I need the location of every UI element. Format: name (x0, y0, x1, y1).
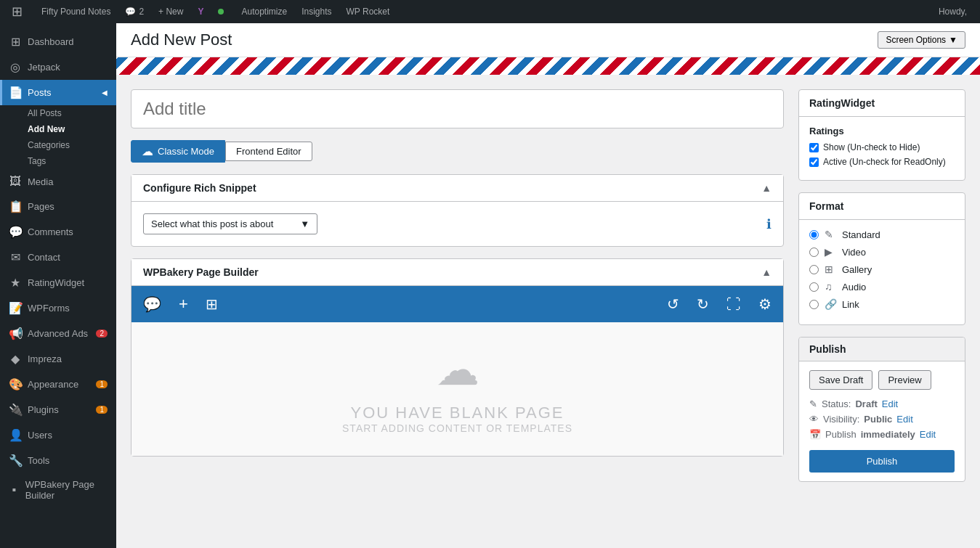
blank-page-title: YOU HAVE BLANK PAGE (351, 404, 564, 422)
submenu-all-posts[interactable]: All Posts (0, 105, 116, 121)
appearance-icon: 🎨 (9, 377, 22, 391)
insights-label: Insights (301, 7, 331, 17)
sidebar-item-label: Plugins (28, 404, 59, 415)
main-content: Add New Post Screen Options ▼ ☁ Classic … (116, 23, 980, 548)
submenu-categories[interactable]: Categories (0, 137, 116, 153)
status-edit-link[interactable]: Edit (882, 398, 898, 409)
wpbakery-header[interactable]: WPBakery Page Builder ▲ (131, 259, 783, 286)
format-video-label: Video (842, 247, 866, 258)
sidebar-item-label: Pages (28, 201, 54, 212)
rich-snippet-toggle: ▲ (761, 182, 772, 194)
sidebar-item-advanced-ads[interactable]: 📢 Advanced Ads 2 (0, 321, 116, 346)
publish-time-edit-link[interactable]: Edit (920, 429, 936, 440)
sidebar-item-dashboard[interactable]: ⊞ Dashboard (0, 29, 116, 54)
classic-mode-button[interactable]: ☁ Classic Mode (131, 140, 225, 163)
publish-button[interactable]: Publish (809, 450, 955, 473)
adminbar-site[interactable]: Fifty Pound Notes (34, 0, 118, 23)
publish-time-value: immediately (861, 429, 915, 440)
ratingwidget-metabox-header[interactable]: RatingWidget (799, 90, 965, 117)
rich-snippet-select[interactable]: Select what this post is about ▼ (143, 213, 317, 234)
sidebar-item-wpbakery[interactable]: ▪ WPBakery Page Builder (0, 473, 116, 507)
sidebar-item-jetpack[interactable]: ◎ Jetpack (0, 54, 116, 80)
wpbakery-sidebar-icon: ▪ (9, 483, 20, 496)
wpbakery-title: WPBakery Page Builder (143, 266, 259, 278)
format-gallery-label: Gallery (842, 264, 872, 275)
publish-content: Save Draft Preview ✎ Status: Draft Edit … (799, 361, 965, 481)
submenu-add-new[interactable]: Add New (0, 121, 116, 137)
visibility-value: Public (864, 414, 892, 425)
sidebar-item-pages[interactable]: 📋 Pages (0, 194, 116, 219)
submenu-tags[interactable]: Tags (0, 153, 116, 169)
screen-options-label: Screen Options (886, 35, 946, 45)
plugins-icon: 🔌 (9, 403, 22, 417)
wpbakery-redo-button[interactable]: ↻ (694, 293, 712, 316)
gallery-icon: ⊞ (825, 263, 836, 275)
users-icon: 👤 (9, 428, 22, 442)
sidebar-item-plugins[interactable]: 🔌 Plugins 1 (0, 397, 116, 422)
comments-icon: 💬 (9, 225, 22, 239)
sidebar-item-users[interactable]: 👤 Users (0, 422, 116, 448)
adminbar-status[interactable] (211, 0, 234, 23)
wpbakery-toolbar: 💬 + ⊞ ↺ ↻ (131, 286, 783, 322)
media-icon: 🖼 (9, 175, 22, 188)
screen-options-button[interactable]: Screen Options ▼ (878, 31, 965, 49)
sidebar-item-label: Dashboard (28, 36, 74, 47)
adminbar-autoptimize[interactable]: Autoptimize (234, 0, 294, 23)
status-row: ✎ Status: Draft Edit (809, 398, 955, 409)
sidebar-item-contact[interactable]: ✉ Contact (0, 245, 116, 270)
sidebar-item-appearance[interactable]: 🎨 Appearance 1 (0, 372, 116, 397)
wpbakery-grid-button[interactable]: ⊞ (203, 293, 221, 316)
format-standard-radio[interactable] (809, 230, 819, 240)
audio-icon: ♫ (825, 281, 836, 293)
sidebar-item-label: Tools (28, 455, 49, 466)
wpbakery-chat-button[interactable]: 💬 (140, 293, 164, 316)
advanced-ads-icon: 📢 (9, 327, 22, 340)
adminbar-howdy[interactable]: Howdy, (931, 0, 974, 23)
cloud-icon: ☁ (142, 144, 153, 158)
info-icon[interactable]: ℹ (766, 216, 772, 232)
adminbar-yoast[interactable]: Y (190, 0, 211, 23)
format-metabox-header[interactable]: Format (799, 193, 965, 220)
format-gallery-radio[interactable] (809, 265, 819, 274)
visibility-edit-link[interactable]: Edit (896, 414, 912, 425)
wpbakery-add-button[interactable]: + (176, 292, 191, 316)
wpbakery-settings-button[interactable]: ⚙ (756, 293, 774, 316)
post-title-input[interactable] (131, 89, 784, 128)
format-link-radio[interactable] (809, 300, 819, 309)
sidebar-item-comments[interactable]: 💬 Comments (0, 219, 116, 245)
sidebar-item-label: WPBakery Page Builder (25, 479, 108, 501)
screen-options-arrow: ▼ (949, 35, 957, 45)
sidebar-item-impreza[interactable]: ◆ Impreza (0, 346, 116, 372)
sidebar-item-label: RatingWidget (28, 277, 84, 288)
frontend-editor-button[interactable]: Frontend Editor (225, 142, 312, 161)
adminbar-wprocket[interactable]: WP Rocket (339, 0, 397, 23)
sidebar-item-posts[interactable]: 📄 Posts ◀ (0, 80, 116, 105)
format-standard: ✎ Standard (809, 229, 955, 240)
format-video-radio[interactable] (809, 248, 819, 257)
wpbakery-toggle: ▲ (761, 266, 772, 278)
wprocket-label: WP Rocket (347, 7, 390, 17)
save-draft-button[interactable]: Save Draft (809, 370, 872, 390)
adminbar-new[interactable]: + New (151, 0, 190, 23)
format-audio-radio[interactable] (809, 282, 819, 292)
ratingwidget-metabox: RatingWidget Ratings Show (Un-check to H… (798, 89, 965, 181)
chat-icon: 💬 (143, 295, 161, 313)
sidebar-item-ratingwidget[interactable]: ★ RatingWidget (0, 270, 116, 295)
show-ratings-checkbox[interactable] (809, 143, 819, 152)
wpbakery-undo-button[interactable]: ↺ (664, 293, 682, 316)
format-metabox: Format ✎ Standard ▶ Video (798, 192, 965, 325)
rich-snippet-header[interactable]: Configure Rich Snippet ▲ (131, 175, 783, 202)
sidebar-item-wpforms[interactable]: 📝 WPForms (0, 295, 116, 321)
sidebar-item-label: Comments (28, 226, 73, 237)
sidebar-item-tools[interactable]: 🔧 Tools (0, 448, 116, 473)
sidebar-item-label: Media (28, 176, 53, 187)
active-ratings-checkbox[interactable] (809, 158, 819, 167)
sidebar-item-media[interactable]: 🖼 Media (0, 169, 116, 194)
adminbar-insights[interactable]: Insights (294, 0, 339, 23)
preview-button[interactable]: Preview (878, 370, 931, 390)
wp-logo[interactable]: ⊞ (6, 4, 28, 20)
format-content: ✎ Standard ▶ Video ⊞ Gallery (799, 220, 965, 324)
adminbar-comments[interactable]: 💬 2 (118, 0, 151, 23)
wpbakery-fullscreen-button[interactable]: ⛶ (724, 293, 744, 316)
admin-bar: ⊞ Fifty Pound Notes 💬 2 + New Y Autoptim… (0, 0, 980, 23)
